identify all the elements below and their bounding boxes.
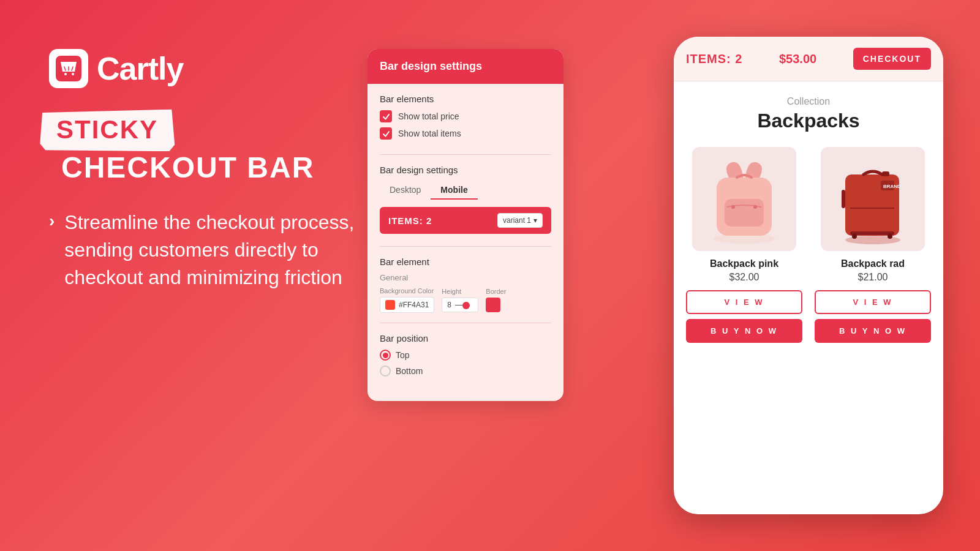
- collection-label: Collection: [686, 96, 931, 107]
- bar-elements-section: Bar elements Show total price Show total…: [380, 94, 551, 155]
- phone-mockup: ITEMS: 2 $53.00 CHECKOUT Collection Back…: [674, 37, 943, 514]
- backpack-red-image: BRAND: [833, 153, 913, 245]
- preview-items-label: ITEMS: 2: [388, 216, 432, 226]
- description-text: Streamline the checkout process, sending…: [64, 209, 368, 291]
- chevron-right-icon: ›: [49, 211, 55, 231]
- buy-button-2[interactable]: B U Y N O W: [815, 319, 931, 343]
- phone-price: $53.00: [779, 52, 816, 66]
- products-grid: Backpack pink $32.00 V I E W B U Y N O W: [686, 147, 931, 343]
- backpack-pink-image: [701, 153, 787, 245]
- buy-button-1[interactable]: B U Y N O W: [686, 319, 802, 343]
- device-tabs: Desktop Mobile: [380, 181, 551, 200]
- color-swatch-input[interactable]: #FF4A31: [380, 297, 434, 313]
- phone-items-count: ITEMS: 2: [686, 52, 742, 66]
- phone-content: Collection Backpacks: [674, 81, 943, 358]
- product-image-1: [692, 147, 796, 251]
- product-card-1: Backpack pink $32.00 V I E W B U Y N O W: [686, 147, 802, 343]
- position-top-row[interactable]: Top: [380, 350, 551, 361]
- height-label: Height: [442, 288, 478, 295]
- product-price-1: $32.00: [729, 272, 760, 283]
- variant-dropdown[interactable]: variant 1 ▾: [497, 213, 543, 228]
- bar-position-section: Bar position Top Bottom: [380, 333, 551, 391]
- product-image-2: BRAND: [821, 147, 925, 251]
- tab-desktop[interactable]: Desktop: [380, 181, 431, 200]
- show-total-price-checkbox[interactable]: [380, 110, 392, 122]
- variant-label: variant 1: [503, 216, 531, 225]
- bar-design-settings-label: Bar design settings: [380, 165, 551, 175]
- show-total-price-row[interactable]: Show total price: [380, 110, 551, 122]
- checkout-bar-label: CHECKOUT BAR: [61, 151, 368, 184]
- settings-header: Bar design settings: [368, 49, 564, 84]
- radio-top-fill: [383, 353, 388, 358]
- height-input[interactable]: 8 —: [442, 298, 478, 312]
- show-total-items-row[interactable]: Show total items: [380, 127, 551, 140]
- bar-element-section: Bar element General Background Color #FF…: [380, 257, 551, 323]
- description-area: › Streamline the checkout process, sendi…: [49, 209, 368, 291]
- settings-panel: Bar design settings Bar elements Show to…: [368, 49, 564, 401]
- product-name-2: Backpack rad: [841, 258, 905, 269]
- brand-name: Cartly: [97, 50, 183, 87]
- dropdown-arrow-icon: ▾: [533, 216, 537, 225]
- svg-point-14: [888, 234, 892, 239]
- svg-point-5: [753, 205, 757, 209]
- height-value: 8: [447, 301, 451, 309]
- border-swatch[interactable]: [486, 298, 500, 312]
- general-label: General: [380, 273, 551, 282]
- logo-icon: [49, 49, 88, 88]
- show-total-price-label: Show total price: [398, 111, 459, 121]
- color-settings-row: Background Color #FF4A31 Height 8 — Bord…: [380, 287, 551, 313]
- slider-icon: —: [455, 301, 470, 309]
- tab-mobile[interactable]: Mobile: [431, 181, 477, 200]
- height-col: Height 8 —: [442, 288, 478, 312]
- product-name-1: Backpack pink: [710, 258, 778, 269]
- svg-rect-8: [882, 171, 889, 176]
- left-hero-section: Cartly STICKY CHECKOUT BAR › Streamline …: [49, 49, 368, 291]
- product-card-2: BRAND Backpack rad $21.00 V I E W B U Y …: [815, 147, 931, 343]
- sticky-label: STICKY: [49, 113, 165, 147]
- collection-title: Backpacks: [686, 110, 931, 132]
- svg-rect-3: [725, 199, 764, 227]
- color-swatch-icon: [385, 300, 395, 310]
- svg-rect-9: [842, 190, 845, 208]
- bg-color-label: Background Color: [380, 287, 434, 294]
- svg-point-4: [731, 205, 735, 209]
- svg-point-13: [852, 234, 857, 239]
- bg-color-col: Background Color #FF4A31: [380, 287, 434, 313]
- sticky-badge: STICKY: [49, 113, 165, 147]
- border-label: Border: [486, 288, 551, 295]
- preview-bar: ITEMS: 2 variant 1 ▾: [380, 207, 551, 234]
- svg-text:BRAND: BRAND: [883, 184, 901, 189]
- view-button-2[interactable]: V I E W: [815, 290, 931, 314]
- bar-element-label: Bar element: [380, 257, 551, 267]
- position-bottom-row[interactable]: Bottom: [380, 365, 551, 377]
- bar-position-label: Bar position: [380, 333, 551, 343]
- bar-elements-label: Bar elements: [380, 94, 551, 104]
- view-button-1[interactable]: V I E W: [686, 290, 802, 314]
- logo-area: Cartly: [49, 49, 368, 88]
- settings-title: Bar design settings: [380, 60, 482, 72]
- show-total-items-checkbox[interactable]: [380, 127, 392, 140]
- svg-rect-12: [850, 231, 894, 235]
- position-top-label: Top: [396, 350, 410, 360]
- radio-bottom[interactable]: [380, 365, 391, 377]
- color-hex-value: #FF4A31: [399, 301, 429, 309]
- product-price-2: $21.00: [858, 272, 888, 283]
- border-col: Border: [486, 288, 551, 312]
- checkout-button[interactable]: CHECKOUT: [853, 48, 931, 70]
- phone-top-bar: ITEMS: 2 $53.00 CHECKOUT: [674, 37, 943, 81]
- position-bottom-label: Bottom: [396, 366, 423, 376]
- radio-top[interactable]: [380, 350, 391, 361]
- show-total-items-label: Show total items: [398, 129, 461, 138]
- bar-design-section: Bar design settings Desktop Mobile ITEMS…: [380, 165, 551, 247]
